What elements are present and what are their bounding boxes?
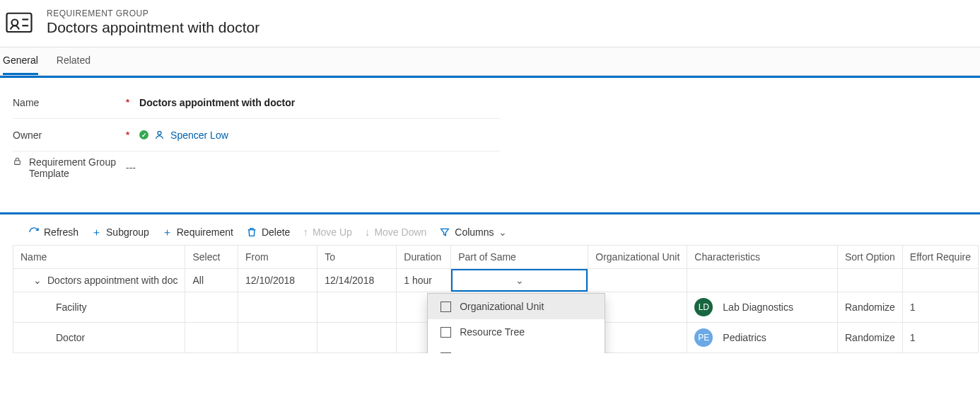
delete-button[interactable]: Delete — [246, 226, 290, 238]
dropdown-option-label: Location — [460, 352, 497, 353]
partofsame-dropdown[interactable]: ⌄ — [451, 269, 588, 292]
form-section: Name * Doctors appointment with doctor O… — [0, 76, 980, 193]
parent-to[interactable]: 12/14/2018 — [317, 269, 397, 292]
dropdown-option-resourcetree[interactable]: Resource Tree — [428, 319, 605, 345]
dropdown-option-label: Resource Tree — [460, 326, 525, 338]
facility-name: Facility — [13, 292, 185, 323]
template-value: --- — [126, 162, 136, 173]
requirement-label: Requirement — [177, 226, 233, 238]
grid-header-row: Name Select From To Duration Part of Sam… — [13, 246, 979, 269]
page-title: Doctors appointment with doctor — [47, 19, 259, 36]
refresh-button[interactable]: Refresh — [28, 226, 78, 238]
grid-toolbar: Refresh ＋ Subgroup ＋ Requirement Delete … — [0, 222, 980, 245]
doctor-name: Doctor — [13, 323, 185, 353]
col-partofsame[interactable]: Part of Same — [451, 246, 588, 269]
collapse-icon[interactable]: ⌄ — [33, 275, 42, 286]
doctor-sort[interactable]: Randomize — [838, 323, 903, 353]
owner-label: Owner — [13, 130, 42, 141]
facility-effort[interactable]: 1 — [902, 292, 978, 323]
parent-duration[interactable]: 1 hour — [397, 269, 451, 292]
chevron-down-icon: ⌄ — [515, 275, 524, 286]
svg-point-1 — [12, 20, 18, 26]
col-sortoption[interactable]: Sort Option — [838, 246, 903, 269]
moveup-label: Move Up — [313, 226, 352, 238]
col-orgunit[interactable]: Organizational Unit — [588, 246, 687, 269]
move-up-button: ↑ Move Up — [303, 226, 352, 238]
parent-name: Doctors appointment with doc — [47, 275, 177, 286]
tab-related[interactable]: Related — [57, 47, 91, 75]
requirement-group-icon — [4, 7, 34, 37]
required-indicator: * — [126, 130, 129, 140]
parent-effort[interactable] — [902, 269, 978, 292]
chevron-down-icon: ⌄ — [498, 226, 507, 238]
dropdown-option-orgunit[interactable]: Organizational Unit — [428, 294, 605, 319]
grid-parent-row[interactable]: ⌄Doctors appointment with doc All 12/10/… — [13, 269, 979, 292]
doctor-effort[interactable]: 1 — [902, 323, 978, 353]
columns-button[interactable]: Columns ⌄ — [439, 226, 506, 238]
parent-select[interactable]: All — [185, 269, 238, 292]
required-indicator: * — [126, 97, 129, 108]
svg-rect-5 — [15, 161, 21, 164]
col-to[interactable]: To — [317, 246, 397, 269]
delete-label: Delete — [262, 226, 290, 238]
col-characteristics[interactable]: Characteristics — [687, 246, 838, 269]
add-subgroup-button[interactable]: ＋ Subgroup — [91, 226, 149, 238]
movedown-label: Move Down — [374, 226, 426, 238]
arrow-down-icon: ↓ — [365, 226, 371, 238]
columns-label: Columns — [455, 226, 494, 238]
characteristic-badge: PE — [694, 328, 713, 347]
parent-sort[interactable] — [838, 269, 903, 292]
template-label: Requirement Group Template — [29, 156, 126, 179]
tab-row: General Related — [0, 47, 980, 76]
characteristic-badge: LD — [694, 298, 713, 316]
facility-sort[interactable]: Randomize — [838, 292, 903, 323]
svg-point-4 — [158, 132, 161, 135]
characteristic-label: Lab Diagnostics — [723, 302, 793, 313]
grid-section: Refresh ＋ Subgroup ＋ Requirement Delete … — [0, 212, 980, 353]
field-template: Requirement Group Template --- — [13, 151, 501, 184]
plus-icon: ＋ — [91, 226, 102, 237]
subgroup-label: Subgroup — [106, 226, 149, 238]
checkbox-icon — [441, 352, 451, 354]
parent-orgunit[interactable] — [588, 269, 687, 292]
presence-icon: ✓ — [139, 130, 148, 139]
name-value: Doctors appointment with doctor — [139, 97, 295, 108]
col-name[interactable]: Name — [13, 246, 185, 269]
tab-general[interactable]: General — [3, 47, 38, 75]
add-requirement-button[interactable]: ＋ Requirement — [162, 226, 233, 238]
dropdown-option-label: Organizational Unit — [460, 301, 544, 312]
person-icon — [154, 130, 165, 140]
parent-characteristics[interactable] — [687, 269, 838, 292]
checkbox-icon — [441, 327, 451, 338]
field-owner[interactable]: Owner * ✓ Spencer Low — [13, 119, 501, 151]
plus-icon: ＋ — [162, 226, 173, 237]
col-from[interactable]: From — [238, 246, 317, 269]
move-down-button: ↓ Move Down — [365, 226, 426, 238]
refresh-label: Refresh — [44, 226, 78, 238]
lock-icon — [13, 156, 22, 166]
partofsame-dropdown-panel: Organizational Unit Resource Tree Locati… — [427, 293, 605, 353]
col-effort[interactable]: Effort Require — [902, 246, 978, 269]
arrow-up-icon: ↑ — [303, 226, 308, 238]
col-duration[interactable]: Duration — [397, 246, 451, 269]
dropdown-option-location[interactable]: Location — [428, 345, 605, 353]
checkbox-icon — [441, 302, 451, 312]
col-select[interactable]: Select — [185, 246, 238, 269]
entity-type-label: REQUIREMENT GROUP — [47, 8, 259, 18]
field-name[interactable]: Name * Doctors appointment with doctor — [13, 86, 501, 119]
grid-table: Name Select From To Duration Part of Sam… — [13, 245, 979, 353]
name-label: Name — [13, 97, 39, 108]
record-header: REQUIREMENT GROUP Doctors appointment wi… — [0, 0, 980, 47]
owner-link[interactable]: Spencer Low — [170, 130, 228, 141]
parent-from[interactable]: 12/10/2018 — [238, 269, 317, 292]
characteristic-label: Pediatrics — [723, 332, 766, 343]
